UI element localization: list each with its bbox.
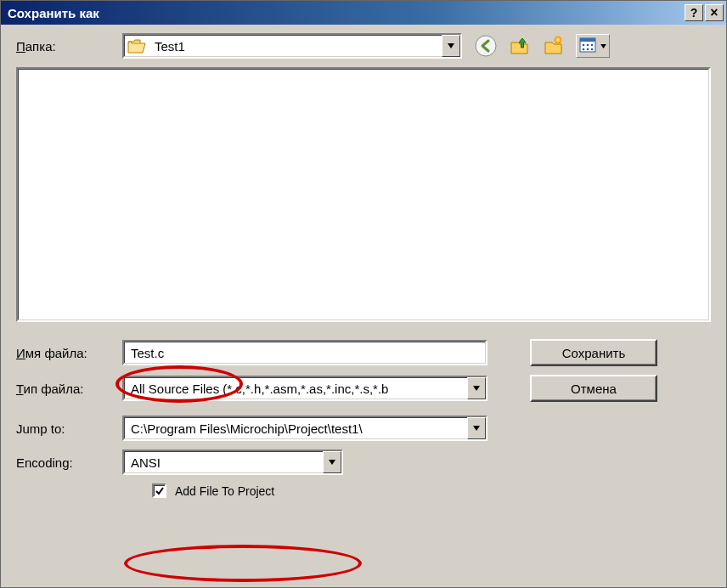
encoding-combo[interactable]: ANSI <box>122 449 343 475</box>
jumpto-row: Jump to: C:\Program Files\Microchip\Proj… <box>16 416 711 441</box>
filename-label: Имя файла: <box>16 346 122 360</box>
up-one-level-button[interactable] <box>508 34 532 58</box>
file-list[interactable] <box>16 67 711 322</box>
folder-dropdown-button[interactable] <box>442 35 460 57</box>
encoding-value: ANSI <box>127 455 323 470</box>
annotation-ellipse <box>124 545 362 582</box>
folder-row: Папка: Test1 <box>16 33 711 59</box>
svg-point-6 <box>591 44 594 47</box>
encoding-row: Encoding: ANSI <box>16 449 711 475</box>
svg-point-0 <box>476 36 496 56</box>
svg-point-7 <box>583 48 585 51</box>
folder-combo[interactable]: Test1 <box>122 33 462 59</box>
folder-up-icon <box>509 35 531 57</box>
svg-point-8 <box>587 48 589 51</box>
client-area: Папка: Test1 <box>1 25 726 505</box>
encoding-label: Encoding: <box>16 455 122 470</box>
chevron-down-icon <box>448 43 454 48</box>
svg-point-5 <box>587 44 589 47</box>
filetype-value: All Source Files (*.c,*.h,*.asm,*.as,*.i… <box>127 382 467 396</box>
svg-point-4 <box>583 44 585 47</box>
filetype-dropdown-button[interactable] <box>467 377 486 399</box>
svg-rect-3 <box>580 38 595 42</box>
filetype-label: Тип файла: <box>16 382 122 396</box>
svg-point-9 <box>591 48 594 51</box>
filename-row: Имя файла: Test.c Сохранить <box>16 339 711 366</box>
encoding-dropdown-button[interactable] <box>323 451 341 473</box>
view-icon <box>579 37 598 54</box>
check-icon <box>155 486 165 496</box>
view-menu-button[interactable] <box>576 34 610 58</box>
window-title: Сохранить как <box>8 6 99 20</box>
folder-value: Test1 <box>151 39 442 54</box>
toolbar-icons <box>474 34 610 58</box>
titlebar: Сохранить как ? × <box>1 1 726 25</box>
filename-input[interactable]: Test.c <box>122 340 487 365</box>
chevron-down-icon <box>473 426 480 431</box>
add-to-project-checkbox[interactable] <box>152 483 166 498</box>
jumpto-dropdown-button[interactable] <box>467 417 486 439</box>
jumpto-value: C:\Program Files\Microchip\Project\test1… <box>127 421 467 436</box>
back-arrow-icon <box>475 35 497 57</box>
jumpto-label: Jump to: <box>16 421 122 436</box>
folder-label: Папка: <box>16 39 122 54</box>
chevron-down-icon <box>600 44 606 48</box>
filetype-row: Тип файла: All Source Files (*.c,*.h,*.a… <box>16 375 711 402</box>
add-to-project-label: Add File To Project <box>175 484 274 498</box>
close-button[interactable]: × <box>705 4 724 21</box>
filename-value: Test.c <box>131 346 164 360</box>
chevron-down-icon <box>329 460 335 465</box>
chevron-down-icon <box>473 386 480 391</box>
filetype-combo[interactable]: All Source Files (*.c,*.h,*.asm,*.as,*.i… <box>122 376 487 401</box>
cancel-button[interactable]: Отмена <box>530 375 657 402</box>
save-button[interactable]: Сохранить <box>530 339 657 366</box>
save-as-dialog: Сохранить как ? × Папка: Test1 <box>0 0 727 588</box>
new-folder-button[interactable] <box>542 34 566 58</box>
jumpto-combo[interactable]: C:\Program Files\Microchip\Project\test1… <box>122 416 487 441</box>
back-button[interactable] <box>474 34 498 58</box>
folder-open-icon <box>127 38 146 54</box>
add-to-project-row: Add File To Project <box>152 483 711 498</box>
titlebar-buttons: ? × <box>685 4 724 21</box>
help-button[interactable]: ? <box>685 4 703 21</box>
folder-new-icon <box>543 35 565 57</box>
